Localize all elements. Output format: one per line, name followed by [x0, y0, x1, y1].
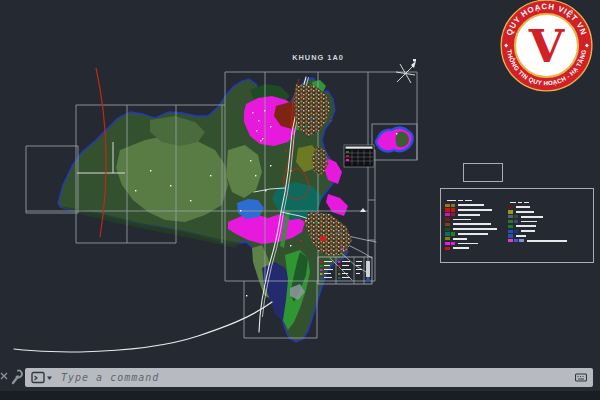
status-strip [0, 391, 600, 400]
map-title-table [344, 145, 374, 167]
legend-row [445, 246, 497, 251]
legend-left-column [445, 198, 497, 251]
customize-wrench-icon[interactable] [13, 371, 22, 383]
edge-icon-group [0, 366, 25, 388]
north-arrow-icon [396, 59, 416, 83]
stamp-center-letter: V [528, 19, 566, 73]
command-input[interactable] [59, 371, 575, 384]
legend-row [508, 238, 567, 243]
close-icon[interactable] [1, 373, 7, 379]
legend-right-column [508, 200, 567, 243]
legend-panel [440, 188, 594, 263]
command-prompt-icon[interactable] [31, 371, 53, 384]
quy-hoach-stamp: QUY HOẠCH VIỆT VN THÔNG TIN QUY HOẠCH - … [498, 0, 595, 94]
island [376, 127, 413, 151]
frame-label: KHUNG 1A0 [292, 53, 344, 62]
drawing-canvas[interactable]: KHUNG 1A0 QUY HOẠCH VIỆT VN THÔNG TIN QU… [0, 0, 600, 400]
legend-scale-box [463, 163, 503, 182]
command-bar[interactable] [25, 368, 593, 387]
keyboard-icon[interactable] [575, 373, 587, 382]
